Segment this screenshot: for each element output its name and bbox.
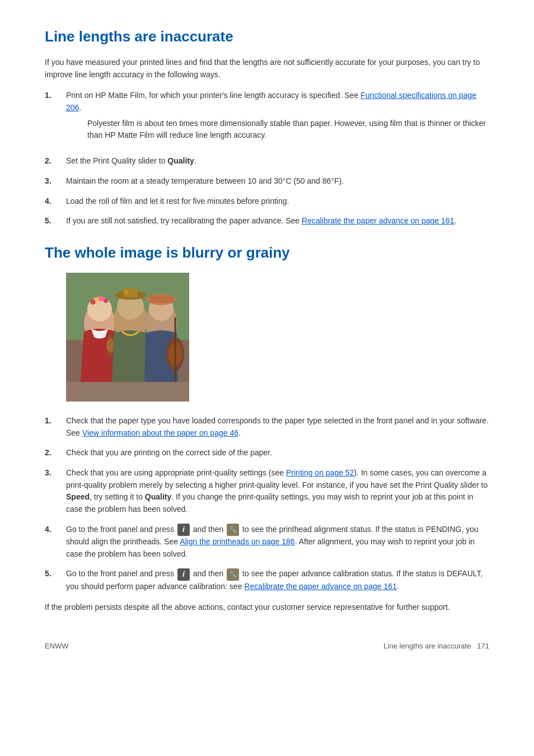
step-content-1-3: Maintain the room at a steady temperatur…	[66, 175, 489, 188]
blurry-image-example	[66, 273, 189, 402]
step-num-1-4: 4.	[45, 195, 66, 208]
info-icon-4a	[177, 524, 190, 536]
step-text-before-2-5: Go to the front panel and press	[66, 569, 176, 578]
section1-intro: If you have measured your printed lines …	[45, 57, 489, 81]
step-content-1-4: Load the roll of film and let it rest fo…	[66, 195, 489, 208]
step-1-1: 1. Print on HP Matte Film, for which you…	[45, 90, 489, 147]
step-text-before-2-4: Go to the front panel and press	[66, 525, 176, 534]
wrench-icon-4a	[227, 524, 239, 536]
step-num-2-3: 3.	[45, 467, 66, 479]
step-content-1-1: Print on HP Matte Film, for which your p…	[66, 90, 489, 147]
step-text-after-1-1: .	[79, 103, 81, 112]
step-text-mid-2-4: and then	[191, 525, 226, 534]
wrench-icon-5a	[227, 568, 239, 581]
step-text-mid2-2-3: , try setting it to	[90, 492, 145, 501]
footer-right-label: Line lengths are inaccurate	[383, 642, 471, 650]
step-text-mid-2-5: and then	[191, 569, 226, 578]
step-content-2-5: Go to the front panel and press and then…	[66, 568, 489, 592]
step-bold-1-2: Quality	[167, 156, 194, 165]
step-content-2-4: Go to the front panel and press and then…	[66, 524, 489, 561]
step-text-before-2-3: Check that you are using appropriate pri…	[66, 468, 286, 477]
step-text-after-2-5: .	[397, 582, 399, 591]
step-2-1: 1. Check that the paper type you have lo…	[45, 415, 489, 439]
step-content-1-5: If you are still not satisfied, try reca…	[66, 215, 489, 227]
step-bold2-2-3: Quality	[145, 492, 171, 501]
step-text-after-1-5: .	[454, 216, 456, 225]
step-1-2: 2. Set the Print Quality slider to Quali…	[45, 155, 489, 167]
step-content-2-3: Check that you are using appropriate pri…	[66, 467, 489, 516]
step-num-1-2: 2.	[45, 155, 66, 167]
section1-title: Line lengths are inaccurate	[45, 28, 489, 45]
section2-steps: 1. Check that the paper type you have lo…	[45, 415, 489, 592]
step-2-2: 2. Check that you are printing on the co…	[45, 447, 489, 459]
step-bold1-2-3: Speed	[66, 492, 90, 501]
step-content-2-2: Check that you are printing on the corre…	[66, 447, 489, 459]
step-num-1-3: 3.	[45, 175, 66, 188]
footer-page-num: 171	[477, 642, 489, 650]
step-1-3: 3. Maintain the room at a steady tempera…	[45, 175, 489, 188]
footer-left: ENWW	[45, 642, 69, 650]
step-subnote-1-1: Polyester film is about ten times more d…	[87, 118, 489, 142]
step-text-before-1-1: Print on HP Matte Film, for which your p…	[66, 91, 360, 100]
step-1-5: 5. If you are still not satisfied, try r…	[45, 215, 489, 227]
section1-steps: 1. Print on HP Matte Film, for which you…	[45, 90, 489, 227]
step-text-1-2: Set the Print Quality slider to	[66, 156, 167, 165]
footer-bar: ENWW Line lengths are inaccurate 171	[45, 636, 489, 650]
step-2-5: 5. Go to the front panel and press and t…	[45, 568, 489, 592]
step-content-1-2: Set the Print Quality slider to Quality.	[66, 155, 489, 167]
link-recalibrate-2[interactable]: Recalibrate the paper advance on page 16…	[244, 582, 396, 591]
step-text-before-1-5: If you are still not satisfied, try reca…	[66, 216, 302, 225]
step-content-2-1: Check that the paper type you have loade…	[66, 415, 489, 439]
step-num-2-5: 5.	[45, 568, 66, 580]
step-1-4: 4. Load the roll of film and let it rest…	[45, 195, 489, 208]
step-num-1-5: 5.	[45, 215, 66, 227]
link-recalibrate-1[interactable]: Recalibrate the paper advance on page 16…	[302, 216, 454, 225]
step-2-4: 4. Go to the front panel and press and t…	[45, 524, 489, 561]
link-view-paper-info[interactable]: View information about the paper on page…	[82, 428, 238, 437]
link-align-printheads[interactable]: Align the printheads on page 186	[180, 537, 295, 546]
section2-title: The whole image is blurry or grainy	[45, 244, 489, 262]
section2-footer-note: If the problem persists despite all the …	[45, 601, 489, 614]
link-printing[interactable]: Printing on page 52	[286, 468, 354, 477]
step-num-1-1: 1.	[45, 90, 66, 102]
step-text-end-1-2: .	[194, 156, 196, 165]
step-num-2-2: 2.	[45, 447, 66, 459]
info-icon-5a	[177, 568, 190, 581]
step-text-after-2-1: .	[238, 428, 241, 437]
step-2-3: 3. Check that you are using appropriate …	[45, 467, 489, 516]
footer-right: Line lengths are inaccurate 171	[383, 642, 489, 650]
step-num-2-1: 1.	[45, 415, 66, 427]
step-num-2-4: 4.	[45, 524, 66, 536]
svg-rect-23	[66, 273, 189, 402]
